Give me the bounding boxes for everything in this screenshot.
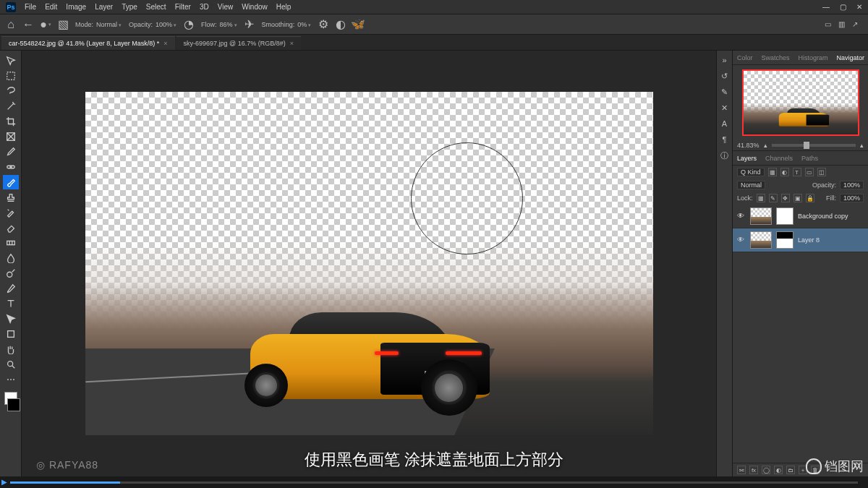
brush-panel-icon[interactable]: ▧ [58, 20, 68, 30]
smoothing-gear-icon[interactable]: ⚙ [318, 20, 328, 30]
zoom-value[interactable]: 41.83% [737, 142, 760, 149]
menu-3d[interactable]: 3D [200, 3, 209, 11]
fill-input[interactable]: 100% [840, 194, 864, 202]
menu-image[interactable]: Image [66, 3, 86, 11]
document-tab-2[interactable]: sky-699697.jpg @ 16.7% (RGB/8#)× [176, 36, 301, 50]
filter-shape-icon[interactable]: ▭ [805, 168, 814, 176]
window-minimize-icon[interactable]: — [822, 3, 830, 11]
close-tab-icon[interactable]: × [290, 40, 294, 47]
layer-mask-thumb[interactable] [776, 231, 793, 249]
fx-icon[interactable]: fx [749, 466, 758, 474]
opacity-input[interactable]: 100% [156, 21, 176, 28]
background-color-swatch[interactable] [7, 398, 20, 411]
navigator-preview[interactable] [733, 65, 868, 140]
cloud-docs-icon[interactable]: ▭ [825, 20, 831, 28]
zoom-in-icon[interactable]: ▴ [860, 142, 864, 149]
layer-row[interactable]: 👁 Background copy [733, 205, 868, 228]
mode-select[interactable]: Normal [96, 21, 122, 28]
menu-edit[interactable]: Edit [45, 3, 57, 11]
close-tab-icon[interactable]: × [163, 40, 167, 47]
flow-input[interactable]: 86% [220, 21, 237, 28]
lock-nest-icon[interactable]: ▣ [793, 194, 802, 202]
lock-all-icon[interactable]: 🔒 [806, 194, 814, 202]
history-brush-tool[interactable] [3, 205, 19, 220]
smoothing-input[interactable]: 0% [297, 21, 311, 28]
window-close-icon[interactable]: ✕ [856, 3, 862, 11]
brush-settings-icon[interactable]: ✕ [720, 103, 730, 113]
heal-tool[interactable] [3, 160, 19, 174]
workspace-icon[interactable]: ▥ [838, 20, 845, 28]
gradient-tool[interactable] [3, 236, 19, 250]
pressure-opacity-icon[interactable]: ◔ [184, 20, 194, 30]
tab-channels[interactable]: Channels [761, 155, 797, 162]
tab-color[interactable]: Color [733, 54, 757, 61]
tab-navigator[interactable]: Navigator [833, 54, 868, 61]
blend-mode-select[interactable]: Normal [737, 181, 765, 189]
visibility-icon[interactable]: 👁 [737, 212, 746, 221]
paragraph-panel-icon[interactable]: ¶ [720, 134, 730, 145]
stamp-tool[interactable] [3, 190, 19, 205]
hand-tool[interactable] [3, 342, 19, 356]
layer-filter-select[interactable]: Q Kind [737, 168, 765, 176]
eyedropper-tool[interactable] [3, 145, 19, 159]
share-icon[interactable]: ↗ [852, 20, 858, 28]
character-panel-icon[interactable]: A [720, 119, 730, 129]
pen-tool[interactable] [3, 281, 19, 296]
filter-adjust-icon[interactable]: ◐ [780, 168, 789, 176]
type-tool[interactable] [3, 296, 19, 311]
brush-preset-picker[interactable]: ● [41, 20, 51, 30]
layer-name[interactable]: Background copy [798, 213, 848, 220]
zoom-out-icon[interactable]: ▴ [764, 142, 767, 149]
filter-smart-icon[interactable]: ◫ [817, 168, 826, 176]
layer-opacity-input[interactable]: 100% [840, 181, 864, 189]
back-icon[interactable]: ← [23, 20, 33, 30]
link-layers-icon[interactable]: ⫘ [737, 466, 746, 474]
new-adjustment-icon[interactable]: ◐ [774, 466, 783, 474]
frame-tool[interactable] [3, 129, 19, 144]
brush-tool[interactable] [3, 175, 19, 189]
lock-pos-icon[interactable]: ✥ [781, 194, 790, 202]
menu-file[interactable]: File [25, 3, 36, 11]
symmetry-icon[interactable]: 🦋 [353, 20, 363, 30]
airbrush-icon[interactable]: ✈ [244, 20, 255, 30]
menu-select[interactable]: Select [146, 3, 166, 11]
blur-tool[interactable] [3, 251, 19, 265]
document-tab-1[interactable]: car-5548242.jpg @ 41.8% (Layer 8, Layer … [1, 36, 175, 50]
lasso-tool[interactable] [3, 84, 19, 98]
layer-name[interactable]: Layer 8 [798, 236, 820, 244]
edit-toolbar-icon[interactable]: ⋯ [3, 372, 19, 387]
tab-paths[interactable]: Paths [797, 155, 822, 162]
new-group-icon[interactable]: 🗀 [786, 466, 795, 474]
history-panel-icon[interactable]: ↺ [720, 71, 730, 81]
document-canvas[interactable]: P 3587 [85, 92, 653, 435]
menu-filter[interactable]: Filter [175, 3, 191, 11]
info-panel-icon[interactable]: ⓘ [720, 150, 730, 160]
crop-tool[interactable] [3, 114, 19, 129]
window-maximize-icon[interactable]: ▢ [840, 3, 846, 11]
menu-type[interactable]: Type [122, 3, 137, 11]
tab-layers[interactable]: Layers [733, 155, 761, 162]
angle-icon[interactable]: ◐ [336, 20, 346, 30]
shape-tool[interactable] [3, 327, 19, 341]
progress-track[interactable] [10, 481, 858, 484]
filter-pixel-icon[interactable]: ▦ [768, 168, 777, 176]
move-tool[interactable] [3, 53, 19, 68]
zoom-tool[interactable] [3, 357, 19, 372]
menu-view[interactable]: View [218, 3, 234, 11]
marquee-tool[interactable] [3, 69, 19, 83]
lock-trans-icon[interactable]: ▦ [757, 194, 765, 202]
properties-panel-icon[interactable]: ✎ [720, 87, 730, 97]
menu-help[interactable]: Help [276, 3, 292, 11]
canvas-area[interactable]: P 3587 [22, 51, 716, 476]
layer-thumb[interactable] [750, 207, 772, 225]
menu-layer[interactable]: Layer [95, 3, 113, 11]
home-icon[interactable]: ⌂ [6, 20, 16, 30]
dodge-tool[interactable] [3, 266, 19, 281]
tab-swatches[interactable]: Swatches [757, 54, 794, 61]
tab-histogram[interactable]: Histogram [794, 54, 833, 61]
menu-window[interactable]: Window [242, 3, 268, 11]
video-progress-bar[interactable]: ▶ [0, 476, 868, 488]
play-icon[interactable]: ▶ [1, 478, 7, 486]
arrow-icon[interactable]: » [720, 55, 730, 65]
add-mask-icon[interactable]: ◯ [762, 466, 770, 474]
